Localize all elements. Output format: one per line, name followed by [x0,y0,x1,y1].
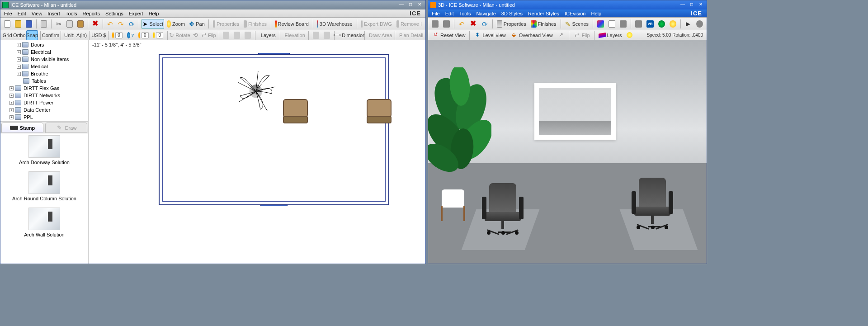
menu-3dstyles[interactable]: 3D Styles [499,10,525,17]
tab-stamp[interactable]: Stamp [1,123,43,133]
redo-button[interactable]: ↷ [116,19,126,29]
palette-item[interactable]: Arch Round Column Solution [2,171,86,201]
menu-file[interactable]: File [1,10,15,17]
stamp-palette[interactable]: Arch Doorway SolutionArch Round Column S… [0,133,88,264]
open-button[interactable] [13,19,23,29]
plan-canvas[interactable]: -11' - 5 1/8", 4' - 5 3/8" [89,40,425,264]
snap-toggle[interactable]: Snap [26,30,38,40]
expander-icon[interactable]: + [9,86,14,90]
align1[interactable] [221,30,231,40]
settings-button[interactable] [694,19,705,29]
door-opening-bottom[interactable] [260,204,288,206]
menu-tools[interactable]: Tools [457,10,474,17]
cam3[interactable] [633,19,644,29]
expander-icon[interactable]: + [9,115,14,119]
expander-icon[interactable]: + [9,108,14,112]
wall-picture[interactable] [534,83,616,140]
ortho-toggle[interactable]: Ortho [13,30,25,40]
misc1[interactable] [311,30,321,40]
catalog-tree[interactable]: +Doors+Electrical+Non-visible Items+Medi… [0,40,88,122]
draw-area-button[interactable]: Draw Area [367,30,393,40]
menu-navigate[interactable]: Navigate [473,10,498,17]
3d-viewport[interactable] [428,40,707,264]
level-view-button[interactable]: ⬍Level view [472,30,507,40]
align2[interactable] [232,30,242,40]
expander-icon[interactable]: + [17,43,21,47]
delete-button[interactable]: ✖ [468,19,478,29]
titlebar-3d[interactable]: 3D - ICE Software - Milan - untitled — □… [428,0,707,9]
refresh-button[interactable]: ⟳ [127,19,137,29]
delete-button[interactable]: ✖ [90,19,100,29]
light-button[interactable] [668,19,678,29]
chair-plan-2[interactable] [367,99,392,124]
menu-edit[interactable]: Edit [443,10,457,17]
expander-icon[interactable]: + [17,57,21,61]
tab-draw[interactable]: ✎Draw [45,123,87,133]
flip-button[interactable]: ⇄Flip [201,30,216,40]
quote-badge-3[interactable]: 0 [151,30,165,40]
layers-button[interactable]: Layers [258,30,278,40]
menu-settings[interactable]: Settings [103,10,126,17]
render-cube[interactable] [595,19,606,29]
sun-button[interactable] [625,30,635,40]
maximize-icon[interactable]: □ [406,2,415,8]
tree-item-doors[interactable]: +Doors [2,41,86,48]
tree-item-dirtt-power[interactable]: +DIRTT Power [2,99,86,106]
maximize-icon[interactable]: □ [688,2,696,8]
currency-select[interactable]: USD $ [92,30,105,40]
new-button[interactable] [2,19,12,29]
floor-plan[interactable] [159,54,389,205]
expander-icon[interactable]: + [17,65,21,69]
print-button[interactable] [39,19,49,29]
scenes-button[interactable]: ✎Scenes [563,19,590,29]
tree-item-breathe[interactable]: +Breathe [2,70,86,77]
door-opening-top[interactable] [258,53,290,55]
menu-expert[interactable]: Expert [126,10,146,17]
chair-3d-1[interactable] [480,183,525,242]
review-board-button[interactable]: Review Board [274,19,311,29]
palette-item[interactable]: Arch Doorway Solution [2,135,86,165]
quote-badge-1[interactable]: 0 [110,30,124,40]
chair-3d-2[interactable] [630,178,675,236]
confirm-toggle[interactable]: Confirm [43,30,59,40]
camera2-button[interactable] [441,19,452,29]
tree-item-tables[interactable]: Tables [2,77,86,85]
dimension-button[interactable]: ⟷Dimension [336,30,362,40]
close-icon[interactable]: ✕ [697,2,705,8]
menu-reports[interactable]: Reports [80,10,103,17]
zoom-tool[interactable]: Zoom [165,19,187,29]
plan-detail-button[interactable]: Plan Detail [397,30,424,40]
titlebar[interactable]: ICE Software - Milan - untitled — □ ✕ [0,0,425,9]
camera1-button[interactable] [430,19,440,29]
palette-item[interactable]: Arch Wall Solution [2,208,86,237]
paste-button[interactable] [75,19,85,29]
menu-file[interactable]: File [429,10,443,17]
chair-plan-1[interactable] [283,99,308,124]
menu-help[interactable]: Help [146,10,162,17]
properties-button[interactable]: Properties [211,19,241,29]
menu-edit[interactable]: Edit [15,10,29,17]
overhead-view-button[interactable]: ⬙Overhead View [509,30,555,40]
menu-renderstyles[interactable]: Render Styles [525,10,562,17]
minimize-icon[interactable]: — [397,2,406,8]
globe-button[interactable] [656,19,667,29]
align3[interactable] [243,30,253,40]
reset-view-button[interactable]: ↺Reset View [430,30,467,40]
expander-icon[interactable]: + [9,101,14,105]
view-extra[interactable]: ↗ [556,30,566,40]
copy-button[interactable] [65,19,75,29]
plant-plan[interactable] [236,71,276,112]
misc2[interactable] [322,30,332,40]
3d-warehouse-button[interactable]: 3D Warehouse [316,19,354,29]
close-icon[interactable]: ✕ [415,2,424,8]
select-tool[interactable]: ➤Select [142,19,164,29]
tree-item-dirtt-networks[interactable]: +DIRTT Networks [2,92,86,99]
render-solid[interactable] [618,19,628,29]
globe-button[interactable]: ? [125,30,136,40]
save-button[interactable] [24,19,34,29]
pan-tool[interactable]: ✥Pan [188,19,206,29]
menu-insert[interactable]: Insert [45,10,63,17]
remove-button[interactable]: Remove I [395,19,424,29]
menu-tools[interactable]: Tools [63,10,80,17]
refresh-button[interactable]: ⟳ [479,19,490,29]
